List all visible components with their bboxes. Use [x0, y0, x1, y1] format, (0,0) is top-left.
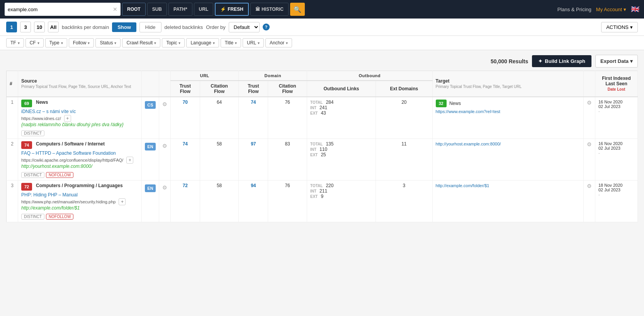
add-url-icon[interactable]: + [126, 157, 133, 164]
pill-anchor[interactable]: Anchor ▾ [265, 38, 292, 47]
source-gear-icon[interactable]: ⚙ [162, 184, 167, 191]
last-seen: 02 Jul 2023 [598, 188, 634, 192]
pill-topic[interactable]: Topic ▾ [162, 38, 185, 47]
plans-pricing-link[interactable]: Plans & Pricing [557, 7, 591, 12]
page-title-link[interactable]: FAQ – HTTPD – Apache Software Foundation [21, 150, 116, 156]
pill-crawl-result[interactable]: Crawl Result ▾ [122, 38, 160, 47]
page-title-link[interactable]: iDNES.cz – s námi víte víc [21, 109, 76, 114]
outbound-cell: TOTAL 284 INT 241 EXT 43 [307, 97, 376, 139]
outbound-cell: TOTAL 135 INT 110 EXT 25 [307, 139, 376, 181]
pill-cf[interactable]: CF ▾ [25, 38, 44, 47]
source-url-link[interactable]: https://cwiki.apache.org/confluence/disp… [21, 158, 123, 162]
add-url-icon[interactable]: + [119, 198, 126, 205]
go-search-button[interactable]: 🔍 [290, 3, 305, 16]
domain-trust-link[interactable]: 97 [251, 141, 256, 147]
target-url-link[interactable]: http://example.com/folder/$1 [436, 183, 489, 188]
fresh-button[interactable]: ⚡ FRESH [215, 3, 249, 16]
deleted-label: deleted backlinks [165, 24, 203, 30]
dates-cell: 18 Nov 2020 02 Jul 2023 - [595, 181, 638, 222]
nav-right: Plans & Pricing My Account ▾ 🇬🇧 [557, 5, 639, 14]
per-domain-3-button[interactable]: 3 [20, 22, 31, 32]
col-domain-trust: TrustFlow [239, 81, 268, 97]
data-table: # SourcePrimary Topical Trust Flow, Page… [6, 71, 638, 222]
target-gear-icon[interactable]: ⚙ [587, 141, 592, 147]
hide-button[interactable]: Hide [139, 22, 161, 32]
domain-citation-cell: 76 [268, 97, 307, 139]
domain-trust-link[interactable]: 74 [251, 100, 256, 105]
outbound-cell: TOTAL 220 INT 211 EXT 9 [307, 181, 376, 222]
sub-button[interactable]: SUB [147, 3, 167, 16]
table-row: 2 74 Computers / Software / Internet FAQ… [7, 139, 638, 181]
target-cell: http://example.com/folder/$1 [432, 181, 583, 222]
pill-type[interactable]: Type ▾ [45, 38, 67, 47]
search-clear-icon[interactable]: ✕ [113, 6, 117, 12]
pill-url[interactable]: URL ▾ [243, 38, 264, 47]
col-citation-flow: CitationFlow [200, 81, 239, 97]
anchor-text: http://example.com/folder/$1 [21, 205, 138, 211]
my-account-link[interactable]: My Account ▾ [596, 7, 626, 12]
per-domain-all-button[interactable]: All [48, 22, 59, 32]
source-url-link[interactable]: https://www.php.net/manual/en/security.h… [21, 199, 116, 204]
ext-domains-cell: 11 [376, 139, 433, 181]
target-gear-cell: ⚙ [584, 139, 595, 181]
path-button[interactable]: PATH* [168, 3, 192, 16]
col-target-header: TargetPrimary Topical Trust Flow, Page T… [432, 71, 583, 97]
add-url-icon[interactable]: + [64, 115, 71, 122]
pill-title[interactable]: Title ▾ [221, 38, 241, 47]
chevron-down-icon: ▾ [630, 24, 633, 30]
target-gear-icon[interactable]: ⚙ [587, 100, 592, 106]
first-indexed: 16 Nov 2020 [598, 100, 634, 104]
url-trust-link[interactable]: 70 [183, 100, 188, 105]
pill-status[interactable]: Status ▾ [95, 38, 121, 47]
last-seen: 02 Jul 2023 [598, 104, 634, 109]
url-trust-cell: 72 [171, 181, 200, 222]
pill-tf[interactable]: TF ▾ [6, 38, 24, 47]
url-trust-link[interactable]: 72 [183, 183, 188, 188]
col-trust-flow: TrustFlow [171, 81, 200, 97]
target-url-link[interactable]: https://www.example.com?rel=test [436, 109, 500, 114]
source-url-link[interactable]: https://www.idnes.cz/ [21, 116, 61, 121]
col-gear-header [159, 71, 171, 97]
language-flag[interactable]: 🇬🇧 [631, 5, 639, 14]
url-trust-link[interactable]: 74 [183, 141, 188, 147]
source-gear-icon[interactable]: ⚙ [162, 143, 167, 149]
show-button[interactable]: Show [112, 22, 136, 32]
root-button[interactable]: ROOT [122, 3, 146, 16]
row-num: 2 [7, 139, 18, 181]
target-gear-icon[interactable]: ⚙ [587, 183, 592, 189]
domain-trust-link[interactable]: 94 [251, 183, 256, 188]
first-indexed: 16 Nov 2020 [598, 141, 634, 146]
dates-cell: 16 Nov 2020 02 Jul 2023 - [595, 97, 638, 139]
per-domain-10-button[interactable]: 10 [34, 22, 45, 32]
pill-language[interactable]: Language ▾ [186, 38, 219, 47]
int-val: 211 [319, 188, 327, 194]
results-count: 50,000 Results [491, 58, 528, 64]
source-gear-cell: ⚙ [159, 181, 171, 222]
total-label: TOTAL [310, 184, 323, 188]
url-button[interactable]: URL [194, 3, 214, 16]
search-input[interactable] [8, 7, 110, 12]
per-domain-1-button[interactable]: 1 [6, 22, 17, 32]
int-val: 241 [319, 105, 327, 110]
anchor-text: http://yourhost.example.com:8000/ [21, 164, 138, 169]
col-ext-domains: Ext Domains [376, 81, 433, 97]
page-title-link[interactable]: PHP: Hiding PHP – Manual [21, 192, 78, 198]
table-row: 1 69 News iDNES.cz – s námi víte víc htt… [7, 97, 638, 139]
build-link-graph-button[interactable]: ✦ Build Link Graph [532, 55, 591, 67]
pill-follow[interactable]: Follow ▾ [69, 38, 94, 47]
order-select[interactable]: Default [229, 22, 260, 32]
target-tf-badge: 32 [436, 100, 447, 107]
source-tf-badge: 69 [21, 100, 32, 107]
source-gear-icon[interactable]: ⚙ [162, 101, 167, 107]
export-data-button[interactable]: Export Data ▾ [595, 55, 638, 68]
domain-citation-cell: 83 [268, 139, 307, 181]
historic-button[interactable]: 🏛 HISTORIC [250, 3, 289, 16]
search-box: ✕ [5, 3, 121, 16]
domain-trust-cell: 74 [239, 97, 268, 139]
target-url-link[interactable]: http://yourhost.example.com:8000/ [436, 142, 501, 146]
ext-val: 25 [321, 152, 326, 157]
tag-distinct: DISTINCT [21, 172, 44, 178]
total-val: 220 [326, 183, 333, 188]
help-icon[interactable]: ? [263, 24, 270, 30]
actions-button[interactable]: ACTIONS ▾ [601, 22, 638, 32]
